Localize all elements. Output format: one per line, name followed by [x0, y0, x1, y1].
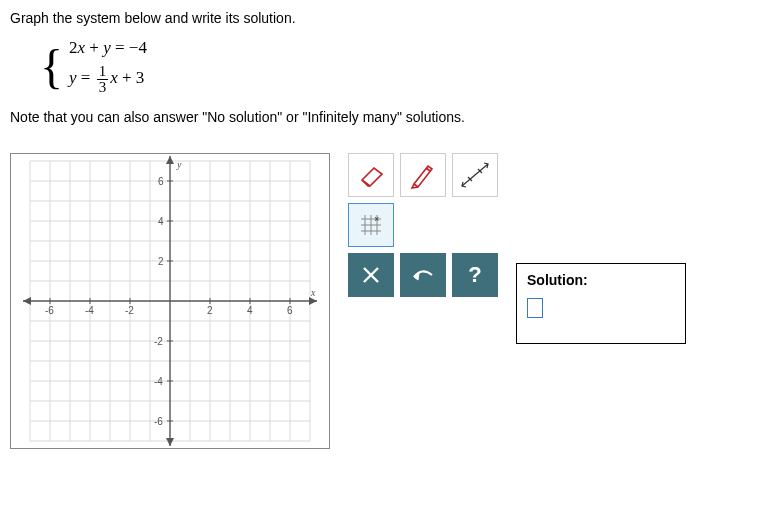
- point-tool-button[interactable]: ×: [348, 203, 394, 247]
- svg-text:2: 2: [158, 256, 164, 267]
- help-button[interactable]: ?: [452, 253, 498, 297]
- svg-text:-2: -2: [125, 305, 134, 316]
- svg-text:-2: -2: [154, 336, 163, 347]
- solution-label: Solution:: [527, 272, 675, 288]
- svg-text:4: 4: [247, 305, 253, 316]
- svg-text:-4: -4: [85, 305, 94, 316]
- line-tool-button[interactable]: [452, 153, 498, 197]
- tool-palette: × ?: [348, 153, 498, 297]
- clear-icon: [360, 264, 382, 286]
- problem-prompt: Graph the system below and write its sol…: [10, 10, 755, 26]
- svg-marker-29: [23, 297, 31, 305]
- eraser-icon: [356, 162, 386, 188]
- svg-text:4: 4: [158, 216, 164, 227]
- solution-input[interactable]: [527, 298, 543, 318]
- svg-line-56: [426, 168, 430, 171]
- undo-icon: [410, 265, 436, 285]
- eraser-button[interactable]: [348, 153, 394, 197]
- y-axis-label: y: [176, 159, 182, 170]
- note-text: Note that you can also answer "No soluti…: [10, 109, 755, 125]
- pen-icon: [408, 160, 438, 190]
- equation-1: 2x + y = −4: [69, 38, 147, 58]
- svg-marker-31: [166, 438, 174, 446]
- svg-marker-30: [166, 156, 174, 164]
- svg-line-57: [462, 164, 488, 186]
- svg-text:-6: -6: [154, 416, 163, 427]
- line-tool-icon: [458, 160, 492, 190]
- solution-panel: Solution:: [516, 263, 686, 344]
- svg-text:6: 6: [287, 305, 293, 316]
- brace-icon: {: [40, 43, 63, 91]
- svg-text:2: 2: [207, 305, 213, 316]
- equation-system: { 2x + y = −4 y = 13x + 3: [40, 38, 755, 95]
- clear-button[interactable]: [348, 253, 394, 297]
- svg-text:-6: -6: [45, 305, 54, 316]
- undo-button[interactable]: [400, 253, 446, 297]
- svg-text:6: 6: [158, 176, 164, 187]
- equation-2: y = 13x + 3: [69, 64, 147, 95]
- help-icon: ?: [468, 262, 481, 288]
- svg-marker-28: [309, 297, 317, 305]
- point-tool-icon: ×: [357, 211, 385, 239]
- svg-text:×: ×: [374, 214, 379, 224]
- svg-text:-4: -4: [154, 376, 163, 387]
- coordinate-graph[interactable]: -6 -4 -2 2 4 6 6 4 2 -2 -4 -6 y x: [10, 153, 330, 449]
- pen-button[interactable]: [400, 153, 446, 197]
- x-axis-label: x: [310, 287, 316, 298]
